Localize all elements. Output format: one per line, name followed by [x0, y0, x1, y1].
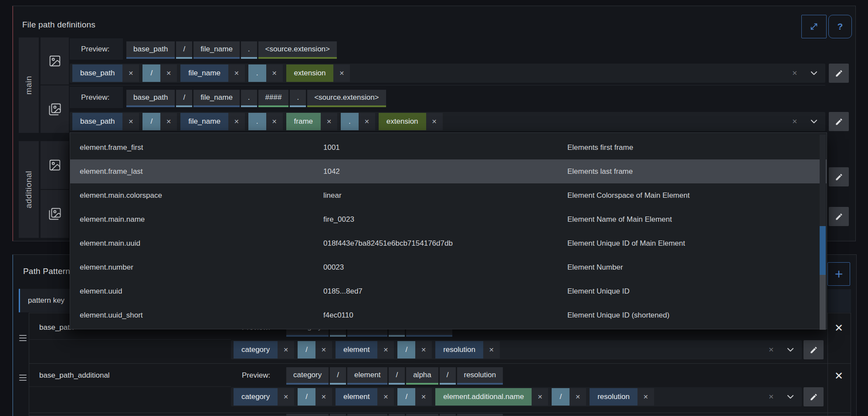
remove-token-icon[interactable]: ✕ [570, 388, 586, 406]
token-label: / [552, 388, 570, 406]
path-token-editor-main-1[interactable]: base_path✕/✕file_name✕.✕extension✕ ✕ [70, 64, 825, 83]
edit-path-button[interactable] [829, 207, 849, 226]
edit-path-button[interactable] [829, 64, 849, 83]
clear-all-icon[interactable]: ✕ [768, 393, 774, 401]
path-token[interactable]: file_name✕ [180, 64, 245, 82]
path-token[interactable]: /✕ [552, 388, 586, 406]
edit-path-button[interactable] [829, 112, 849, 131]
drag-handle[interactable] [19, 375, 27, 381]
remove-token-icon[interactable]: ✕ [266, 64, 283, 82]
remove-pattern-button[interactable]: ✕ [833, 370, 844, 382]
path-token[interactable]: element.additional.name✕ [435, 388, 548, 406]
edit-pattern-button[interactable] [804, 340, 824, 359]
path-token[interactable]: /✕ [298, 341, 332, 359]
dropdown-item[interactable]: element.main.namefire_0023Element Name o… [70, 207, 827, 231]
chevron-down-icon[interactable] [810, 70, 818, 77]
tab-pattern-key[interactable]: pattern key [19, 289, 71, 312]
path-token[interactable]: /✕ [397, 388, 432, 406]
remove-token-icon[interactable]: ✕ [315, 388, 332, 406]
preview-chips-pattern-3: category/element/alpha/resolution [286, 414, 504, 416]
expand-icon [809, 22, 819, 31]
remove-token-icon[interactable]: ✕ [377, 388, 394, 406]
dropdown-item[interactable]: element.frame_last1042Elements last fram… [70, 159, 827, 183]
dropdown-scrollbar[interactable] [820, 135, 826, 327]
path-token[interactable]: file_name✕ [180, 113, 245, 130]
expand-panel-button[interactable] [801, 15, 827, 38]
images-icon [48, 103, 61, 116]
token-description: Elements first frame [567, 143, 827, 152]
token-label: file_name [180, 64, 228, 82]
preview-cell: Preview: [70, 38, 123, 60]
edit-path-button[interactable] [829, 167, 849, 186]
path-token-editor-main-2[interactable]: base_path✕/✕file_name✕.✕frame✕.✕extensio… [70, 112, 825, 131]
chevron-down-icon[interactable] [786, 346, 795, 353]
dropdown-item[interactable]: element.main.uuid018f443e7ba82451e6bcb71… [70, 231, 827, 255]
remove-token-icon[interactable]: ✕ [637, 388, 654, 406]
remove-token-icon[interactable]: ✕ [415, 341, 432, 359]
path-token[interactable]: category✕ [234, 341, 294, 359]
row-type-sequence [41, 85, 69, 133]
path-token[interactable]: element✕ [336, 341, 394, 359]
path-token[interactable]: frame✕ [286, 113, 337, 130]
dropdown-item[interactable]: element.uuid0185...8ed7Element Unique ID [70, 279, 827, 303]
clear-all-icon[interactable]: ✕ [792, 118, 797, 125]
path-token[interactable]: element✕ [336, 388, 394, 406]
chevron-down-icon[interactable] [786, 393, 795, 400]
dropdown-item[interactable]: element.uuid_shortf4ec0110Element Unique… [70, 303, 827, 327]
remove-token-icon[interactable]: ✕ [321, 113, 337, 130]
add-pattern-button[interactable]: + [827, 262, 850, 286]
path-token[interactable]: .✕ [341, 113, 375, 130]
pattern-token-editor-1[interactable]: category✕/✕element✕/✕resolution✕ ✕ [231, 340, 802, 359]
path-token[interactable]: /✕ [298, 388, 332, 406]
clear-all-icon[interactable]: ✕ [768, 346, 774, 354]
remove-token-icon[interactable]: ✕ [228, 64, 245, 82]
path-token[interactable]: /✕ [142, 64, 177, 82]
remove-token-icon[interactable]: ✕ [278, 388, 294, 406]
token-value: 00023 [323, 263, 567, 272]
remove-token-icon[interactable]: ✕ [426, 113, 443, 130]
drag-handle[interactable] [19, 335, 27, 341]
remove-token-icon[interactable]: ✕ [266, 113, 283, 130]
clear-all-icon[interactable]: ✕ [792, 69, 797, 77]
remove-token-icon[interactable]: ✕ [333, 64, 350, 82]
path-token[interactable]: /✕ [142, 113, 177, 130]
dropdown-item[interactable]: element.frame_first1001Elements first fr… [70, 135, 827, 159]
remove-token-icon[interactable]: ✕ [122, 64, 139, 82]
remove-token-icon[interactable]: ✕ [315, 341, 332, 359]
pattern-token-editor-2[interactable]: category✕/✕element✕/✕element.additional.… [231, 387, 802, 406]
remove-token-icon[interactable]: ✕ [160, 113, 177, 130]
path-token[interactable]: base_path✕ [72, 64, 139, 82]
chevron-down-icon[interactable] [810, 118, 818, 125]
path-token[interactable]: /✕ [397, 341, 432, 359]
remove-token-icon[interactable]: ✕ [359, 113, 375, 130]
remove-token-icon[interactable]: ✕ [160, 64, 177, 82]
dropdown-item[interactable]: element.main.colorspacelinearElement Col… [70, 183, 827, 207]
path-token[interactable]: .✕ [248, 113, 283, 130]
remove-token-icon[interactable]: ✕ [228, 113, 245, 130]
token-name: element.main.colorspace [80, 191, 323, 200]
token-label: / [397, 388, 415, 406]
remove-token-icon[interactable]: ✕ [377, 341, 394, 359]
token-label: / [298, 388, 315, 406]
remove-token-icon[interactable]: ✕ [415, 388, 432, 406]
path-token[interactable]: base_path✕ [72, 113, 139, 130]
remove-token-icon[interactable]: ✕ [532, 388, 548, 406]
path-token[interactable]: extension✕ [286, 64, 350, 82]
remove-token-icon[interactable]: ✕ [278, 341, 294, 359]
remove-token-icon[interactable]: ✕ [122, 113, 139, 130]
remove-pattern-button[interactable]: ✕ [833, 322, 844, 334]
path-token[interactable]: extension✕ [379, 113, 443, 130]
tab-bar-end [827, 289, 851, 312]
edit-pattern-button[interactable] [804, 387, 824, 406]
help-button[interactable]: ? [828, 15, 852, 38]
token-description: Element Unique ID of Main Element [567, 239, 827, 248]
path-token[interactable]: resolution✕ [435, 341, 500, 359]
pencil-icon [810, 346, 818, 354]
token-description: Elements last frame [567, 167, 827, 176]
scrollbar-thumb[interactable] [820, 275, 826, 330]
dropdown-item[interactable]: element.number00023Element Number [70, 255, 827, 279]
path-token[interactable]: category✕ [234, 388, 294, 406]
path-token[interactable]: .✕ [248, 64, 283, 82]
path-token[interactable]: resolution✕ [590, 388, 654, 406]
remove-token-icon[interactable]: ✕ [483, 341, 500, 359]
